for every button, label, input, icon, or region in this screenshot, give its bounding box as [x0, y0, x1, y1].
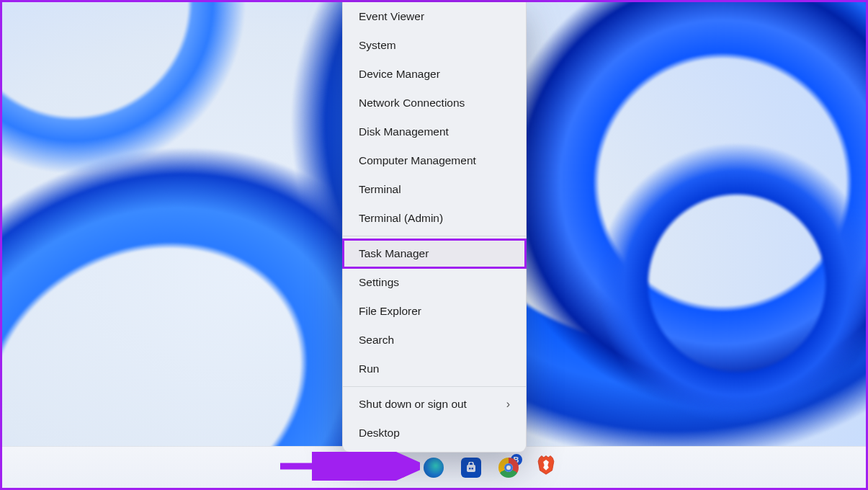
- menu-item-label: Terminal (Admin): [359, 212, 443, 225]
- screenshot-viewport: Event ViewerSystemDevice ManagerNetwork …: [0, 0, 868, 490]
- svg-rect-0: [467, 465, 475, 472]
- menu-item-settings[interactable]: Settings: [346, 268, 523, 297]
- chrome-icon: [498, 458, 519, 478]
- menu-item-label: Shut down or sign out: [359, 398, 467, 411]
- taskbar-chrome[interactable]: B: [498, 457, 519, 478]
- menu-item-shut-down[interactable]: Shut down or sign out›: [346, 390, 523, 419]
- menu-item-computer-management[interactable]: Computer Management: [346, 146, 523, 175]
- menu-item-label: Computer Management: [359, 154, 476, 167]
- spinner-icon: [353, 461, 366, 474]
- menu-item-label: Network Connections: [359, 97, 465, 110]
- menu-item-label: Desktop: [359, 427, 400, 440]
- menu-item-label: Task Manager: [359, 247, 429, 260]
- menu-item-label: System: [359, 39, 396, 52]
- start-button[interactable]: [312, 457, 334, 478]
- power-user-menu: Event ViewerSystemDevice ManagerNetwork …: [342, 2, 527, 453]
- folder-icon: [386, 458, 406, 478]
- menu-item-device-manager[interactable]: Device Manager: [346, 60, 523, 89]
- menu-separator: [343, 236, 526, 236]
- menu-separator: [343, 386, 526, 387]
- chevron-right-icon: ›: [506, 398, 510, 411]
- menu-item-search[interactable]: Search: [346, 326, 523, 355]
- taskbar-brave[interactable]: [535, 457, 557, 478]
- store-icon: [461, 458, 481, 478]
- menu-item-terminal[interactable]: Terminal: [346, 175, 523, 204]
- menu-item-label: Terminal: [359, 183, 401, 196]
- brave-icon: [537, 455, 555, 480]
- menu-item-desktop[interactable]: Desktop: [346, 419, 523, 447]
- svg-rect-1: [469, 468, 470, 469]
- menu-item-label: File Explorer: [359, 305, 421, 318]
- menu-item-disk-management[interactable]: Disk Management: [346, 117, 523, 146]
- taskbar-edge[interactable]: [423, 457, 444, 478]
- menu-item-label: Disk Management: [359, 125, 449, 138]
- menu-item-run[interactable]: Run: [346, 355, 523, 383]
- menu-item-label: Device Manager: [359, 68, 440, 81]
- menu-item-file-explorer[interactable]: File Explorer: [346, 297, 523, 326]
- menu-item-terminal-admin[interactable]: Terminal (Admin): [346, 204, 523, 233]
- taskbar-file-explorer[interactable]: [385, 457, 407, 478]
- windows-start-icon: [313, 458, 332, 477]
- menu-item-label: Run: [359, 362, 379, 375]
- taskbar-app-loading[interactable]: [349, 458, 370, 478]
- taskbar-center-group: B: [312, 457, 557, 478]
- menu-item-system[interactable]: System: [346, 31, 523, 60]
- menu-item-label: Event Viewer: [359, 10, 424, 23]
- menu-item-network-connections[interactable]: Network Connections: [346, 89, 523, 117]
- taskbar-store[interactable]: [460, 457, 482, 478]
- menu-item-label: Search: [359, 334, 394, 347]
- svg-rect-2: [471, 468, 473, 469]
- menu-item-label: Settings: [359, 276, 399, 289]
- menu-item-task-manager[interactable]: Task Manager: [343, 239, 526, 268]
- edge-icon: [424, 458, 444, 478]
- menu-item-event-viewer[interactable]: Event Viewer: [346, 2, 523, 31]
